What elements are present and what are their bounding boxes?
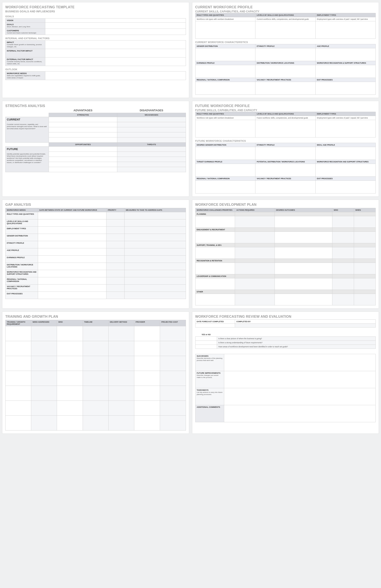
outlook-table: WORKFORCE NEEDSSkills and capabilities r…: [5, 71, 186, 80]
training-table: TRAINING / GROWTH REQUIREMENTNEED ADDRES…: [5, 320, 186, 431]
skills-table: ROLE TYPES AND QUANTITIESLEVELS OF SKILL…: [195, 13, 376, 39]
outlook-header: OUTLOOK: [5, 68, 186, 71]
page-title: WORKFORCE FORECASTING TEMPLATE: [5, 5, 186, 9]
completion-table: DATE FORECAST COMPLETEDCOMPLETED BY: [195, 319, 376, 328]
current-profile-panel: CURRENT WORKFORCE PROFILE CURRENT SKILLS…: [192, 2, 379, 98]
section-subtitle: BUSINESS GOALS AND INFLUENCERS: [5, 10, 186, 13]
goals-header: GOALS: [5, 15, 186, 18]
review-notes-table: SUCCESSESDescribe elements of the planni…: [195, 354, 376, 422]
gap-table: WORKFORCE NEEDSGAPS BETWEEN STATE OF CUR…: [5, 208, 186, 299]
future-skills-table: ROLE TYPES AND QUANTITIESLEVELS OF SKILL…: [195, 112, 376, 137]
future-characteristics-header: FUTURE WORKFORCE CHARACTERISTICS: [195, 140, 376, 142]
yesno-table: YES or NO Is there a clear picture of wh…: [195, 333, 376, 349]
section-title: FUTURE WORKFORCE PROFILE: [195, 104, 376, 108]
characteristics-header: CURRENT WORKFORCE CHARACTERISTICS: [195, 41, 376, 43]
characteristics-grid: GENDER DISTRIBUTIONETHNICITY PROFILEAGE …: [195, 44, 376, 95]
gap-analysis-panel: GAP ANALYSIS WORKFORCE NEEDSGAPS BETWEEN…: [2, 200, 189, 309]
future-characteristics-grid: DESIRED GENDER DISTRIBUTIONETHNICITY PRO…: [195, 143, 376, 193]
section-title: STRENGTHS ANALYSIS: [5, 104, 186, 108]
dev-plan-panel: WORKFORCE DEVELOPMENT PLAN WORKFORCE CHA…: [192, 200, 379, 309]
section-subtitle: FUTURE SKILLS, CAPABILITIES, AND CAPACIT…: [195, 109, 376, 112]
dev-plan-table: WORKFORCE CHALLENGES PRIORITIESACTIONS R…: [195, 208, 376, 305]
business-goals-panel: WORKFORCE FORECASTING TEMPLATE BUSINESS …: [2, 2, 189, 98]
section-title: WORKFORCE DEVELOPMENT PLAN: [195, 203, 376, 207]
review-panel: WORKFORCE FORECASTING REVIEW AND EVALUAT…: [192, 312, 379, 434]
section-subtitle: CURRENT SKILLS, CAPABILITIES, AND CAPACI…: [195, 10, 376, 13]
swot-table: ADVANTAGESDISADVANTAGES STRENGTHSWEAKNES…: [5, 108, 186, 172]
section-title: CURRENT WORKFORCE PROFILE: [195, 5, 376, 9]
future-profile-panel: FUTURE WORKFORCE PROFILE FUTURE SKILLS, …: [192, 101, 379, 197]
factors-table: IMPACTConsider future growth or downsizi…: [5, 40, 186, 66]
section-title: TRAINING AND GROWTH PLAN: [5, 315, 186, 318]
section-title: WORKFORCE FORECASTING REVIEW AND EVALUAT…: [195, 315, 376, 318]
goals-table: VISION GOALSShort, Medium, and Long-Term…: [5, 18, 186, 35]
strengths-panel: STRENGTHS ANALYSIS ADVANTAGESDISADVANTAG…: [2, 101, 189, 197]
training-plan-panel: TRAINING AND GROWTH PLAN TRAINING / GROW…: [2, 312, 189, 434]
factors-header: INTERNAL AND EXTERNAL FACTORS: [5, 37, 186, 40]
section-title: GAP ANALYSIS: [5, 203, 186, 207]
